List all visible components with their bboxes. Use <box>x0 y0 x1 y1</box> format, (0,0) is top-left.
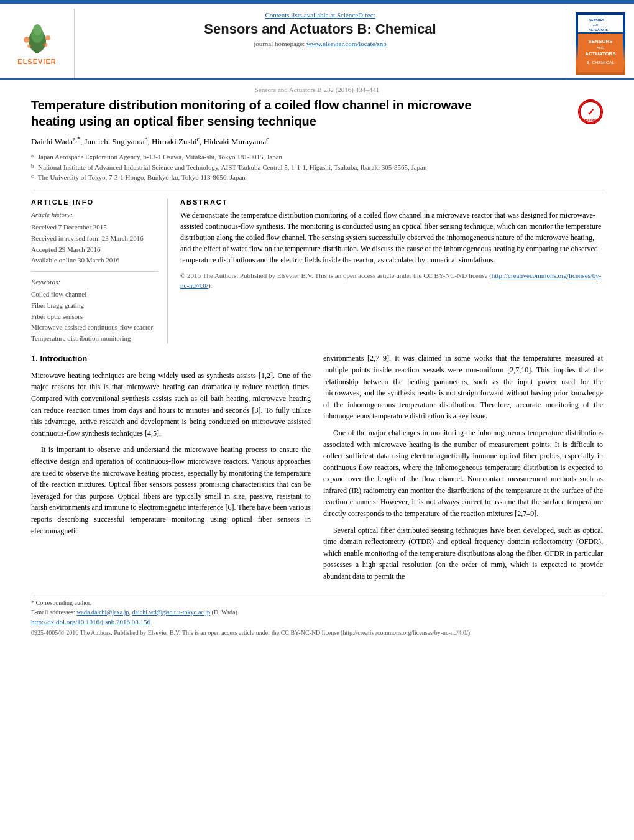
keyword-4: Temperature distribution monitoring <box>31 333 158 344</box>
elsevier-tree-image <box>16 22 59 57</box>
sciencedirect-link[interactable]: Contents lists available at ScienceDirec… <box>265 11 375 19</box>
journal-homepage-link[interactable]: www.elsevier.com/locate/snb <box>306 40 387 47</box>
footer-area: * Corresponding author. E-mail addresses… <box>31 594 603 637</box>
svg-text:ACTUATORS: ACTUATORS <box>585 51 616 57</box>
svg-text:B: CHEMICAL: B: CHEMICAL <box>586 60 614 65</box>
elsevier-logo: ELSEVIER <box>0 9 75 78</box>
article-history: Article history: Received 7 December 201… <box>31 210 158 272</box>
svg-point-5 <box>45 35 50 40</box>
abstract-license: © 2016 The Authors. Published by Elsevie… <box>180 270 603 291</box>
body-col-left: 1. Introduction Microwave heating techni… <box>31 353 311 587</box>
body-col-right: environments [2,7–9]. It was claimed in … <box>323 353 603 587</box>
header-middle: Contents lists available at ScienceDirec… <box>75 9 566 78</box>
article-title-row: Temperature distribution monitoring of a… <box>31 97 603 136</box>
svg-point-3 <box>33 24 42 35</box>
affiliation-c: c The University of Tokyo, 7-3-1 Hongo, … <box>31 172 603 183</box>
keyword-3: Microwave-assisted continuous-flow react… <box>31 322 158 333</box>
svg-text:AND: AND <box>593 24 599 27</box>
section-1-title: 1. Introduction <box>31 353 311 365</box>
article-info-heading: ARTICLE INFO <box>31 198 158 206</box>
svg-point-6 <box>27 44 31 48</box>
corresponding-note: * Corresponding author. <box>31 599 603 606</box>
keyword-2: Fiber optic sensors <box>31 312 158 323</box>
affiliations: a Japan Aerospace Exploration Agency, 6-… <box>31 152 603 183</box>
journal-header: ELSEVIER Contents lists available at Sci… <box>0 4 634 80</box>
body-para-1: It is important to observe and understan… <box>31 444 311 537</box>
abstract-heading: ABSTRACT <box>180 198 603 206</box>
body-section: 1. Introduction Microwave heating techni… <box>31 353 603 587</box>
journal-title: Sensors and Actuators B: Chemical <box>204 21 436 37</box>
elsevier-label: ELSEVIER <box>17 58 56 65</box>
history-item-3: Available online 30 March 2016 <box>31 255 158 266</box>
svg-text:CrossMark: CrossMark <box>582 118 599 122</box>
body-para-r-0: environments [2,7–9]. It was claimed in … <box>323 353 603 422</box>
keywords-heading: Keywords: <box>31 277 158 288</box>
sa-badge-middle: SENSORS AND ACTUATORS B: CHEMICAL <box>578 34 623 72</box>
body-para-0: Microwave heating techniques are being w… <box>31 370 311 440</box>
history-item-2: Accepted 29 March 2016 <box>31 244 158 256</box>
footer-doi[interactable]: http://dx.doi.org/10.1016/j.snb.2016.03.… <box>31 618 603 625</box>
affiliation-a: a Japan Aerospace Exploration Agency, 6-… <box>31 152 603 162</box>
svg-text:AND: AND <box>596 46 604 50</box>
svg-point-4 <box>24 37 30 43</box>
abstract-text: We demonstrate the temperature distribut… <box>180 210 603 265</box>
svg-point-7 <box>43 42 47 47</box>
sa-badge-top: SENSORS AND ACTUATORS <box>578 15 623 32</box>
abstract-section: ABSTRACT We demonstrate the temperature … <box>180 198 603 344</box>
article-info-column: ARTICLE INFO Article history: Received 7… <box>31 198 168 344</box>
authors-line: Daichi Wadaa,*, Jun-ichi Sugiyamab, Hiro… <box>31 136 603 147</box>
email-link-1[interactable]: wada.daichi@jaxa.jp <box>76 609 129 616</box>
keyword-0: Coiled flow channel <box>31 289 158 300</box>
keywords-section: Keywords: Coiled flow channel Fiber brag… <box>31 277 158 344</box>
sa-badge: SENSORS AND ACTUATORS SENSORS AND ACTUAT… <box>576 12 625 75</box>
article-title: Temperature distribution monitoring of a… <box>31 97 516 129</box>
info-abstract-section: ARTICLE INFO Article history: Received 7… <box>31 192 603 344</box>
history-item-0: Received 7 December 2015 <box>31 222 158 233</box>
main-content: Sensors and Actuators B 232 (2016) 434–4… <box>0 80 634 644</box>
crossmark-badge[interactable]: ✓ CrossMark <box>578 99 603 124</box>
svg-text:SENSORS: SENSORS <box>589 18 605 22</box>
svg-text:✓: ✓ <box>587 107 595 118</box>
body-para-r-1: One of the major challenges in monitorin… <box>323 427 603 520</box>
svg-text:ACTUATORS: ACTUATORS <box>589 28 609 32</box>
sensors-actuators-logo: SENSORS AND ACTUATORS SENSORS AND ACTUAT… <box>566 9 634 78</box>
svg-text:SENSORS: SENSORS <box>588 39 613 44</box>
affiliation-b: b National Institute of Advanced Industr… <box>31 162 603 173</box>
footer-license: 0925-4005/© 2016 The Authors. Published … <box>31 628 603 637</box>
history-item-1: Received in revised form 23 March 2016 <box>31 233 158 244</box>
body-para-r-2: Several optical fiber distributed sensin… <box>323 525 603 583</box>
email-link-2[interactable]: daichi.wd@giso.t.u-tokyo.ac.jp <box>132 609 211 616</box>
keyword-1: Fiber bragg grating <box>31 300 158 312</box>
journal-homepage: journal homepage: www.elsevier.com/locat… <box>254 40 387 47</box>
email-note: E-mail addresses: wada.daichi@jaxa.jp, d… <box>31 609 603 616</box>
history-heading: Article history: <box>31 210 158 221</box>
doi-banner: Sensors and Actuators B 232 (2016) 434–4… <box>31 86 603 93</box>
keywords-list: Coiled flow channel Fiber bragg grating … <box>31 289 158 344</box>
